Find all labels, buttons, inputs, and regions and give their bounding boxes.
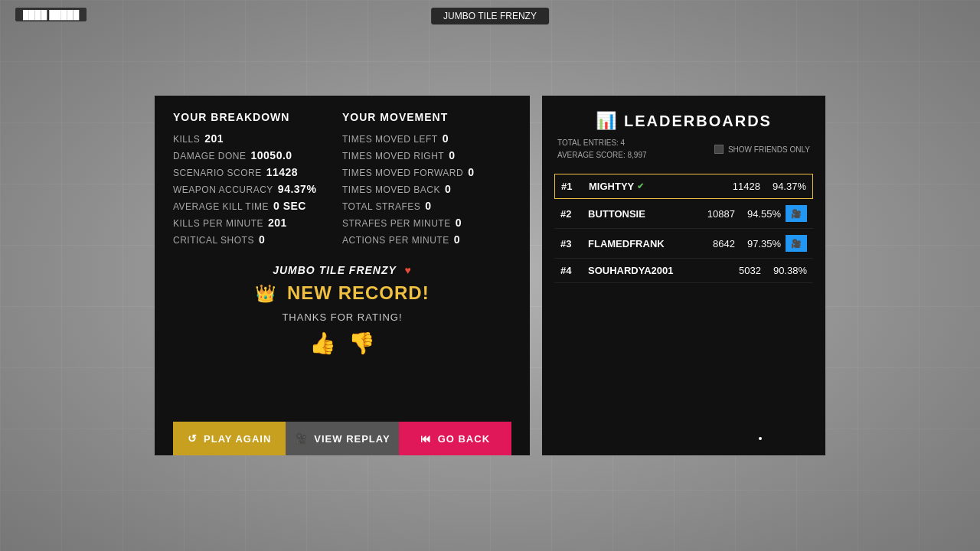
thanks-rating: THANKS FOR RATING! [173, 311, 511, 323]
rank-2: #2 [560, 208, 588, 220]
total-strafes-stat: TOTAL STRAFES 0 [342, 200, 511, 212]
leaderboard-header: 📊 LEADERBOARDS [554, 111, 813, 131]
moved-right-stat: TIMES MOVED RIGHT 0 [342, 149, 511, 161]
top-left-bar: ████ █████ [15, 8, 87, 21]
breakdown-col: YOUR BREAKDOWN KILLS 201 DAMAGE DONE 100… [173, 111, 342, 250]
right-panel: 📊 LEADERBOARDS TOTAL ENTRIES: 4 AVERAGE … [542, 96, 825, 455]
rating-buttons: 👍 👎 [173, 331, 511, 356]
play-again-button[interactable]: ↺ PLAY AGAIN [173, 422, 286, 455]
actions-pm-stat: ACTIONS PER MINUTE 0 [342, 233, 511, 246]
main-container: YOUR BREAKDOWN KILLS 201 DAMAGE DONE 100… [155, 96, 825, 455]
name-2: BUTTONSIE [588, 208, 689, 220]
leaderboard-row-3: #3 FLAMEDFRANK 8642 97.35% 🎥 [554, 229, 813, 259]
replay-btn-2[interactable]: 🎥 [786, 205, 807, 222]
go-back-button[interactable]: ⏮ GO BACK [399, 422, 511, 455]
lb-meta: TOTAL ENTRIES: 4 AVERAGE SCORE: 8,997 SH… [554, 137, 813, 161]
pct-3: 97.35% [735, 238, 781, 249]
score-3: 8642 [689, 238, 735, 249]
moved-back-stat: TIMES MOVED BACK 0 [342, 183, 511, 195]
rank-4: #4 [560, 265, 588, 276]
moved-forward-stat: TIMES MOVED FORWARD 0 [342, 166, 511, 178]
crown-icon: 👑 [255, 284, 276, 303]
left-panel: YOUR BREAKDOWN KILLS 201 DAMAGE DONE 100… [155, 96, 530, 455]
rank-1: #1 [561, 181, 589, 192]
breakdown-title: YOUR BREAKDOWN [173, 111, 342, 123]
leaderboard-title: LEADERBOARDS [624, 112, 772, 130]
lb-meta-left: TOTAL ENTRIES: 4 AVERAGE SCORE: 8,997 [557, 137, 647, 161]
kills-stat: KILLS 201 [173, 132, 342, 145]
movement-col: YOUR MOVEMENT TIMES MOVED LEFT 0 TIMES M… [342, 111, 511, 250]
leaderboard-icon: 📊 [596, 111, 616, 131]
pct-4: 90.38% [761, 265, 807, 276]
heart-icon: ♥ [405, 264, 412, 276]
back-icon: ⏮ [420, 432, 432, 445]
kpm-stat: KILLS PER MINUTE 201 [173, 217, 342, 229]
verified-icon-1: ✔ [637, 181, 644, 191]
stats-row: YOUR BREAKDOWN KILLS 201 DAMAGE DONE 100… [173, 111, 511, 250]
new-record: 👑 NEW RECORD! [173, 282, 511, 304]
strafes-pm-stat: STRAFES PER MINUTE 0 [342, 217, 511, 229]
thumbs-down-button[interactable]: 👎 [348, 331, 375, 356]
leaderboard-row-2: #2 BUTTONSIE 10887 94.55% 🎥 [554, 199, 813, 229]
bottom-buttons: ↺ PLAY AGAIN 🎥 VIEW REPLAY ⏮ GO BACK [173, 422, 511, 455]
critical-shots-stat: CRITICAL SHOTS 0 [173, 233, 342, 246]
friends-checkbox[interactable] [714, 145, 724, 154]
name-1: MIGHTYY ✔ [589, 181, 714, 192]
name-3: FLAMEDFRANK [588, 238, 689, 249]
thumbs-up-button[interactable]: 👍 [309, 331, 336, 356]
show-friends-toggle[interactable]: SHOW FRIENDS ONLY [714, 145, 810, 154]
accuracy-stat: WEAPON ACCURACY 94.37% [173, 183, 342, 195]
pct-2: 94.55% [735, 208, 781, 220]
score-2: 10887 [689, 208, 735, 220]
leaderboard-row-4: #4 SOUHARDYA2001 5032 90.38% [554, 259, 813, 283]
kill-time-stat: AVERAGE KILL TIME 0 SEC [173, 200, 342, 212]
top-bar: JUMBO TILE FRENZY [431, 8, 549, 24]
scenario-score-stat: SCENARIO SCORE 11428 [173, 166, 342, 178]
moved-left-stat: TIMES MOVED LEFT 0 [342, 132, 511, 145]
video-icon: 🎥 [294, 432, 308, 445]
replay-btn-3[interactable]: 🎥 [786, 235, 807, 252]
pct-1: 94.37% [760, 181, 806, 192]
damage-stat: DAMAGE DONE 10050.0 [173, 149, 342, 161]
leaderboard-row-1: #1 MIGHTYY ✔ 11428 94.37% [554, 174, 813, 199]
score-4: 5032 [715, 265, 761, 276]
scenario-name: JUMBO TILE FRENZY ♥ [173, 264, 511, 276]
rank-3: #3 [560, 238, 588, 249]
name-4: SOUHARDYA2001 [588, 265, 715, 276]
view-replay-button[interactable]: 🎥 VIEW REPLAY [286, 422, 398, 455]
score-1: 11428 [714, 181, 760, 192]
movement-title: YOUR MOVEMENT [342, 111, 511, 123]
refresh-icon: ↺ [188, 432, 198, 445]
